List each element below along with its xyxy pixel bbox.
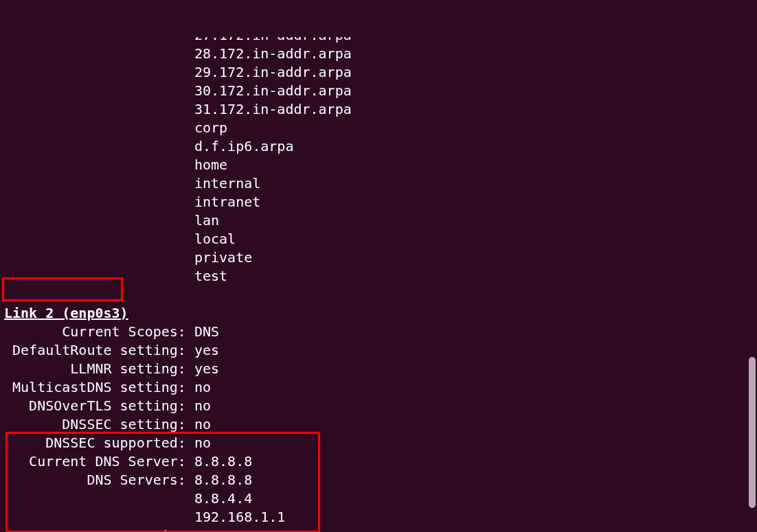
- domain-list-item: 31.172.in-addr.arpa: [0, 100, 757, 119]
- row-dns-servers-cont: 8.8.4.4: [0, 489, 757, 508]
- domain-list-item: home: [0, 156, 757, 174]
- scrollbar-thumb[interactable]: [749, 357, 756, 508]
- row-default-route: DefaultRoute setting: yes: [0, 341, 757, 360]
- row-dnssec: DNSSEC setting: no: [0, 415, 757, 434]
- domain-list-item: intranet: [0, 193, 757, 211]
- row-multicast-dns: MulticastDNS setting: no: [0, 378, 757, 397]
- domain-list-item: corp: [0, 119, 757, 137]
- domain-list-item: 28.172.in-addr.arpa: [0, 45, 757, 63]
- domain-list-item: test: [0, 267, 757, 286]
- row-dns-domain: DNS Domain: Home: [0, 527, 757, 532]
- row-dnssec-supported: DNSSEC supported: no: [0, 434, 757, 452]
- terminal-window[interactable]: 27.172.in-addr.arpa 28.172.in-addr.arpa …: [0, 0, 757, 532]
- row-current-dns-server: Current DNS Server: 8.8.8.8: [0, 452, 757, 471]
- domain-list-item: 30.172.in-addr.arpa: [0, 82, 757, 100]
- domain-list-item: lan: [0, 211, 757, 230]
- domain-list-item: 29.172.in-addr.arpa: [0, 63, 757, 82]
- domain-list-item: private: [0, 248, 757, 267]
- domain-list-item-partial: 27.172.in-addr.arpa: [0, 37, 757, 45]
- row-dns-over-tls: DNSOverTLS setting: no: [0, 397, 757, 415]
- row-current-scopes: Current Scopes: DNS: [0, 323, 757, 341]
- blank-line: [0, 286, 757, 304]
- row-llmnr: LLMNR setting: yes: [0, 360, 757, 378]
- row-dns-servers-cont: 192.168.1.1: [0, 508, 757, 527]
- domain-list-item: d.f.ip6.arpa: [0, 137, 757, 156]
- domain-list-item: local: [0, 230, 757, 248]
- link-header: Link 2 (enp0s3): [0, 304, 757, 323]
- terminal-output: 27.172.in-addr.arpa 28.172.in-addr.arpa …: [0, 37, 757, 532]
- row-dns-servers: DNS Servers: 8.8.8.8: [0, 471, 757, 489]
- domain-list-item: internal: [0, 174, 757, 193]
